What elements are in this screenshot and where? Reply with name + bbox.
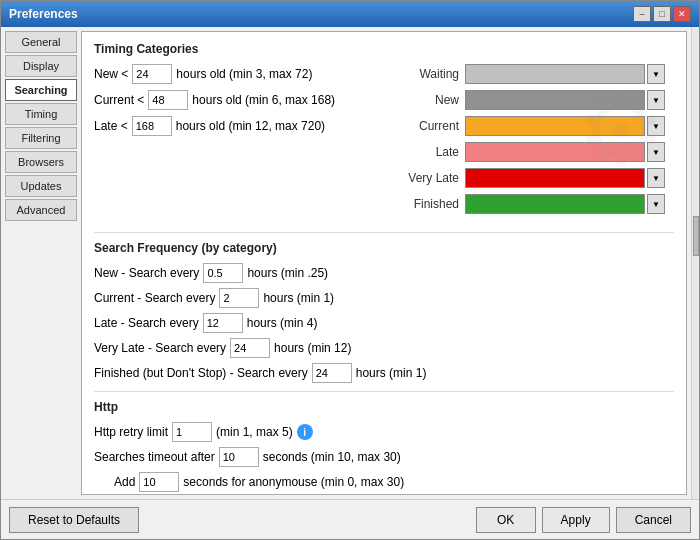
color-dropdown-very-late[interactable]: ▼ (647, 168, 665, 188)
color-dropdown-late[interactable]: ▼ (647, 142, 665, 162)
timing-late-row: Late < hours old (min 12, max 720) (94, 116, 374, 136)
timeout-row: Searches timeout after seconds (min 10, … (94, 447, 674, 467)
freq-row-current: Current - Search every hours (min 1) (94, 288, 674, 308)
freq-input-finished[interactable] (312, 363, 352, 383)
timing-late-input[interactable] (132, 116, 172, 136)
color-row-waiting: Waiting ▼ (394, 64, 674, 84)
info-icon[interactable]: i (297, 424, 313, 440)
http-title: Http (94, 400, 674, 414)
color-row-new: New ▼ (394, 90, 674, 110)
freq-suffix-finished: hours (min 1) (356, 366, 427, 380)
color-bar-new[interactable] (465, 90, 645, 110)
sidebar-item-searching[interactable]: Searching (5, 79, 77, 101)
timing-late-suffix: hours old (min 12, max 720) (176, 119, 325, 133)
timing-left: New < hours old (min 3, max 72) Current … (94, 64, 374, 220)
color-label-late: Late (394, 145, 459, 159)
freq-row-very-late: Very Late - Search every hours (min 12) (94, 338, 674, 358)
color-bar-container-waiting: ▼ (465, 64, 665, 84)
color-dropdown-finished[interactable]: ▼ (647, 194, 665, 214)
sidebar-item-display[interactable]: Display (5, 55, 77, 77)
color-row-very-late: Very Late ▼ (394, 168, 674, 188)
color-bar-waiting[interactable] (465, 64, 645, 84)
freq-input-very-late[interactable] (230, 338, 270, 358)
color-label-finished: Finished (394, 197, 459, 211)
bottom-bar: Reset to Defaults OK Apply Cancel (1, 499, 699, 539)
color-label-current: Current (394, 119, 459, 133)
color-row-current: Current ▼ (394, 116, 674, 136)
timing-late-prefix: Late < (94, 119, 128, 133)
freq-label-finished: Finished (but Don't Stop) - Search every (94, 366, 308, 380)
color-label-very-late: Very Late (394, 171, 459, 185)
color-bar-late[interactable] (465, 142, 645, 162)
timing-categories-title: Timing Categories (94, 42, 674, 56)
timing-new-suffix: hours old (min 3, max 72) (176, 67, 312, 81)
freq-suffix-late: hours (min 4) (247, 316, 318, 330)
sidebar-item-timing[interactable]: Timing (5, 103, 77, 125)
window-title: Preferences (9, 7, 78, 21)
freq-label-new: New - Search every (94, 266, 199, 280)
title-bar-buttons: – □ ✕ (633, 6, 691, 22)
anon-suffix: seconds for anonymouse (min 0, max 30) (183, 475, 404, 489)
color-bar-current[interactable] (465, 116, 645, 136)
color-label-new: New (394, 93, 459, 107)
color-label-waiting: Waiting (394, 67, 459, 81)
timing-current-input[interactable] (148, 90, 188, 110)
sidebar-item-general[interactable]: General (5, 31, 77, 53)
timing-new-input[interactable] (132, 64, 172, 84)
sidebar-item-browsers[interactable]: Browsers (5, 151, 77, 173)
scrollbar[interactable] (691, 27, 699, 499)
color-bar-finished[interactable] (465, 194, 645, 214)
color-bar-very-late[interactable] (465, 168, 645, 188)
color-row-late: Late ▼ (394, 142, 674, 162)
apply-button[interactable]: Apply (542, 507, 610, 533)
reset-defaults-button[interactable]: Reset to Defaults (9, 507, 139, 533)
color-bar-container-new: ▼ (465, 90, 665, 110)
timeout-label: Searches timeout after (94, 450, 215, 464)
freq-label-current: Current - Search every (94, 291, 215, 305)
freq-input-new[interactable] (203, 263, 243, 283)
preferences-window: Preferences – □ ✕ General Display Search… (0, 0, 700, 540)
main-content: General Display Searching Timing Filteri… (1, 27, 699, 499)
freq-input-current[interactable] (219, 288, 259, 308)
timing-current-suffix: hours old (min 6, max 168) (192, 93, 335, 107)
search-freq-title: Search Frequency (by category) (94, 241, 674, 255)
freq-row-late: Late - Search every hours (min 4) (94, 313, 674, 333)
timing-new-row: New < hours old (min 3, max 72) (94, 64, 374, 84)
freq-suffix-new: hours (min .25) (247, 266, 328, 280)
maximize-button[interactable]: □ (653, 6, 671, 22)
cancel-button[interactable]: Cancel (616, 507, 691, 533)
scrollbar-thumb[interactable] (693, 216, 699, 256)
anon-input[interactable] (139, 472, 179, 492)
timing-current-prefix: Current < (94, 93, 144, 107)
freq-input-late[interactable] (203, 313, 243, 333)
color-bar-container-current: ▼ (465, 116, 665, 136)
ok-button[interactable]: OK (476, 507, 536, 533)
http-retry-row: Http retry limit (min 1, max 5) i (94, 422, 674, 442)
color-dropdown-current[interactable]: ▼ (647, 116, 665, 136)
title-bar: Preferences – □ ✕ (1, 1, 699, 27)
anon-row: Add seconds for anonymouse (min 0, max 3… (94, 472, 674, 492)
color-bar-container-finished: ▼ (465, 194, 665, 214)
timing-current-row: Current < hours old (min 6, max 168) (94, 90, 374, 110)
minimize-button[interactable]: – (633, 6, 651, 22)
color-dropdown-waiting[interactable]: ▼ (647, 64, 665, 84)
timing-right: Waiting ▼ New ▼ Curren (394, 64, 674, 220)
close-button[interactable]: ✕ (673, 6, 691, 22)
http-retry-label: Http retry limit (94, 425, 168, 439)
timeout-input[interactable] (219, 447, 259, 467)
http-section: Http Http retry limit (min 1, max 5) i S… (94, 400, 674, 495)
content-area: ⚙ Timing Categories New < hours old (min… (81, 31, 687, 495)
sidebar: General Display Searching Timing Filteri… (1, 27, 81, 499)
http-retry-input[interactable] (172, 422, 212, 442)
timing-new-prefix: New < (94, 67, 128, 81)
sidebar-item-filtering[interactable]: Filtering (5, 127, 77, 149)
color-bar-container-late: ▼ (465, 142, 665, 162)
timeout-suffix: seconds (min 10, max 30) (263, 450, 401, 464)
timing-grid: New < hours old (min 3, max 72) Current … (94, 64, 674, 220)
color-dropdown-new[interactable]: ▼ (647, 90, 665, 110)
freq-suffix-current: hours (min 1) (263, 291, 334, 305)
color-bar-container-very-late: ▼ (465, 168, 665, 188)
sidebar-item-advanced[interactable]: Advanced (5, 199, 77, 221)
sidebar-item-updates[interactable]: Updates (5, 175, 77, 197)
freq-suffix-very-late: hours (min 12) (274, 341, 351, 355)
